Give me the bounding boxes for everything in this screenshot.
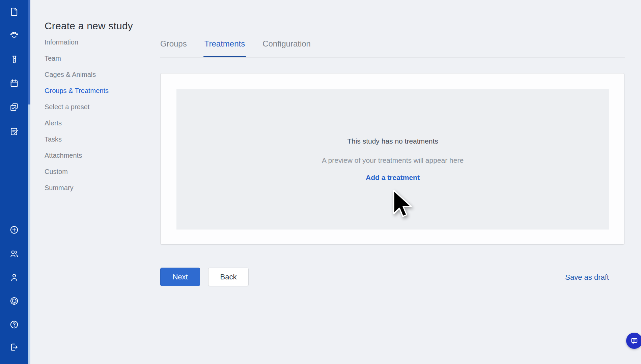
step-custom[interactable]: Custom	[45, 163, 109, 180]
treatments-card: This study has no treatments A preview o…	[160, 73, 624, 245]
live-session-icon[interactable]	[0, 296, 28, 306]
tab-groups[interactable]: Groups	[160, 35, 187, 57]
save-as-draft-link[interactable]: Save as draft	[565, 273, 609, 282]
step-information[interactable]: Information	[45, 34, 109, 50]
chat-bubble-icon	[630, 336, 639, 345]
document-icon[interactable]	[0, 7, 28, 17]
rail-scrollbar-thumb[interactable]	[28, 0, 30, 104]
user-icon[interactable]	[0, 273, 28, 282]
calendar-icon[interactable]	[0, 79, 28, 88]
step-alerts[interactable]: Alerts	[45, 115, 109, 131]
empty-state-title: This study has no treatments	[347, 137, 438, 145]
step-nav: Information Team Cages & Animals Groups …	[45, 34, 109, 196]
plus-circle-icon[interactable]	[0, 225, 28, 235]
help-icon[interactable]	[0, 320, 28, 329]
empty-state-subtitle: A preview of your treatments will appear…	[322, 156, 464, 164]
tasks-copy-icon[interactable]	[0, 102, 28, 112]
step-cages-animals[interactable]: Cages & Animals	[45, 66, 109, 83]
logout-icon[interactable]	[0, 342, 28, 352]
rail-scrollbar-track[interactable]	[28, 0, 30, 364]
chat-widget-button[interactable]	[626, 333, 641, 349]
tab-configuration[interactable]: Configuration	[262, 35, 311, 57]
note-edit-icon[interactable]	[0, 127, 28, 136]
step-select-preset[interactable]: Select a preset	[45, 99, 109, 115]
step-tasks[interactable]: Tasks	[45, 131, 109, 147]
next-button[interactable]: Next	[160, 268, 200, 286]
icon-rail	[0, 0, 30, 364]
treatments-empty-panel: This study has no treatments A preview o…	[176, 89, 609, 230]
add-treatment-link[interactable]: Add a treatment	[366, 174, 420, 182]
step-team[interactable]: Team	[45, 50, 109, 66]
page-title: Create a new study	[45, 20, 133, 32]
step-groups-treatments[interactable]: Groups & Treatments	[45, 83, 109, 99]
users-icon[interactable]	[0, 249, 28, 259]
step-summary[interactable]: Summary	[45, 180, 109, 196]
tab-treatments[interactable]: Treatments	[204, 35, 245, 57]
tab-divider	[160, 57, 625, 58]
app-root: Create a new study Information Team Cage…	[0, 0, 641, 364]
paw-icon[interactable]	[0, 30, 28, 39]
back-button[interactable]: Back	[208, 268, 249, 286]
test-tube-icon[interactable]	[0, 55, 28, 64]
tab-bar: Groups Treatments Configuration	[160, 35, 311, 57]
step-attachments[interactable]: Attachments	[45, 147, 109, 163]
